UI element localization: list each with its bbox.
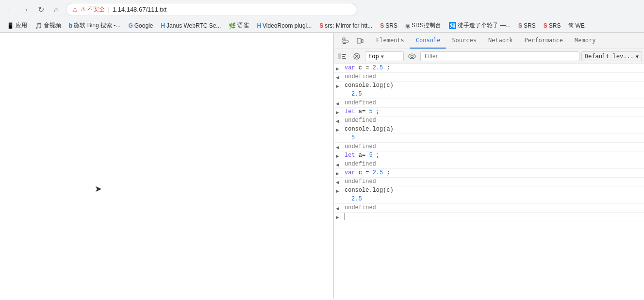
context-selector[interactable]: top ▼: [365, 51, 404, 61]
indent-spacer: [336, 134, 344, 135]
undefined-output: undefined: [344, 143, 642, 150]
input-prompt-arrow: ▶: [336, 213, 344, 220]
svg-rect-7: [342, 56, 345, 57]
bookmark-srs1[interactable]: S SRS: [377, 21, 400, 30]
url-display: 1.14.148.67/111.txt: [113, 6, 166, 13]
address-bar[interactable]: ⚠ ⚠ 不安全 | 1.14.148.67/111.txt: [66, 3, 357, 16]
bookmark-zhihu[interactable]: 知 徒手造了个轮子 —...: [446, 20, 513, 31]
bookmark-srs-mirror[interactable]: S srs: Mirror for htt...: [316, 21, 375, 30]
tab-memory[interactable]: Memory: [569, 33, 601, 49]
number-value: 2.5: [373, 65, 383, 71]
code-text: ;: [376, 108, 380, 115]
google-icon: G: [128, 22, 132, 29]
console-line: ◀ undefined: [334, 99, 644, 108]
srs3-icon: S: [544, 22, 547, 29]
srs-mirror-icon: S: [319, 22, 323, 29]
device-toggle-button[interactable]: [353, 33, 367, 49]
media-icon: 🎵: [35, 22, 42, 29]
bookmark-yuque[interactable]: 🌿 语雀: [226, 20, 252, 31]
bookmark-apps[interactable]: 📱 应用: [4, 20, 30, 31]
svg-rect-4: [362, 39, 363, 43]
nav-bar: ← → ↻ ⌂ ⚠ ⚠ 不安全 | 1.14.148.67/111.txt: [0, 0, 644, 19]
undefined-output: undefined: [344, 161, 642, 167]
expand-arrow[interactable]: ▶: [336, 187, 344, 194]
console-line: ◀ undefined: [334, 204, 644, 213]
devtools-tabs-bar: Elements Console Sources Network Perform…: [334, 33, 644, 49]
console-line: ▶ let a= 5 ;: [334, 151, 644, 160]
security-warning: ⚠: [72, 6, 78, 13]
svg-rect-2: [343, 43, 346, 44]
svg-point-12: [409, 54, 415, 59]
bookmark-media[interactable]: 🎵 音视频: [32, 20, 64, 31]
expand-arrow[interactable]: ▶: [336, 169, 344, 177]
yuque-icon: 🌿: [229, 22, 236, 29]
console-line: ▶ console.log(a): [334, 125, 644, 134]
code-text: console.log(c): [345, 187, 394, 194]
console-line: ◀ undefined: [334, 178, 644, 186]
devtools-icon-group: [336, 33, 370, 49]
tab-network[interactable]: Network: [482, 33, 519, 49]
log-value: 2.5: [344, 196, 642, 202]
console-input-area[interactable]: ▶: [334, 213, 644, 221]
svg-rect-1: [343, 41, 348, 42]
sidebar-toggle-button[interactable]: [336, 50, 348, 63]
bookmark-bing[interactable]: b 微软 Bing 搜索 -...: [66, 20, 123, 31]
bookmarks-bar: 📱 应用 🎵 音视频 b 微软 Bing 搜索 -... G Google H …: [0, 19, 644, 33]
number-value: 5: [369, 108, 372, 115]
console-output: ▶ var c = 2.5 ; ◀ undefined ▶ console.lo…: [334, 64, 644, 298]
expand-arrow[interactable]: ▶: [336, 152, 344, 159]
srs1-icon: S: [380, 22, 384, 29]
console-toolbar: top ▼ Default lev... ▼: [334, 49, 644, 64]
default-level-selector[interactable]: Default lev... ▼: [581, 51, 642, 61]
number-value: 2.5: [373, 169, 383, 176]
undefined-output: undefined: [344, 204, 642, 211]
forward-button[interactable]: →: [19, 4, 31, 16]
context-dropdown-icon: ▼: [381, 54, 384, 59]
code-text: ;: [386, 169, 390, 176]
console-line: ▶ console.log(c): [334, 186, 644, 195]
undefined-output: undefined: [344, 117, 642, 124]
bing-icon: b: [69, 22, 72, 29]
console-line: ◀ undefined: [334, 143, 644, 151]
console-line: ▶ console.log(c): [334, 82, 644, 90]
bookmark-janus[interactable]: H Janus WebRTC Se...: [158, 21, 224, 30]
expand-arrow[interactable]: ▶: [336, 126, 344, 133]
eye-icon-button[interactable]: [406, 50, 418, 63]
bookmark-videoroom[interactable]: H VideoRoom plugi...: [254, 21, 314, 30]
svg-rect-0: [343, 38, 345, 40]
expand-arrow[interactable]: ▶: [336, 108, 344, 116]
bookmark-google[interactable]: G Google: [125, 21, 156, 30]
clear-console-button[interactable]: [350, 50, 363, 63]
expand-arrow[interactable]: ▶: [336, 65, 344, 72]
tab-sources[interactable]: Sources: [446, 33, 482, 49]
code-text: c =: [359, 65, 373, 71]
inspect-element-button[interactable]: [339, 33, 352, 49]
tab-console[interactable]: Console: [410, 33, 446, 49]
home-button[interactable]: ⌂: [50, 4, 62, 16]
console-line: ▶ let a= 5 ;: [334, 108, 644, 117]
output-arrow: ◀: [336, 117, 344, 124]
expand-arrow[interactable]: ▶: [336, 82, 344, 89]
output-arrow: ◀: [336, 73, 344, 81]
bookmark-we[interactable]: 简 WE: [565, 21, 587, 30]
filter-input[interactable]: [420, 51, 579, 61]
refresh-button[interactable]: ↻: [35, 4, 47, 16]
bookmark-srs2[interactable]: S SRS: [515, 21, 539, 30]
janus-icon: H: [161, 22, 165, 29]
output-arrow: ◀: [336, 143, 344, 150]
output-arrow: ◀: [336, 204, 344, 212]
keyword-let: let: [345, 152, 355, 159]
tab-elements[interactable]: Elements: [370, 33, 410, 49]
bookmark-srs-console[interactable]: ◉ SRS控制台: [402, 20, 444, 31]
indent-spacer: [336, 91, 344, 92]
tab-performance[interactable]: Performance: [519, 33, 569, 49]
mouse-cursor: ➤: [95, 183, 102, 194]
back-button[interactable]: ←: [4, 4, 16, 16]
svg-rect-8: [342, 58, 346, 59]
svg-rect-3: [357, 38, 361, 43]
number-value: 5: [369, 152, 372, 159]
bookmark-srs3[interactable]: S SRS: [541, 21, 564, 30]
we-icon: 简: [568, 22, 574, 29]
srs-console-icon: ◉: [405, 22, 410, 29]
indent-spacer: [336, 196, 344, 197]
